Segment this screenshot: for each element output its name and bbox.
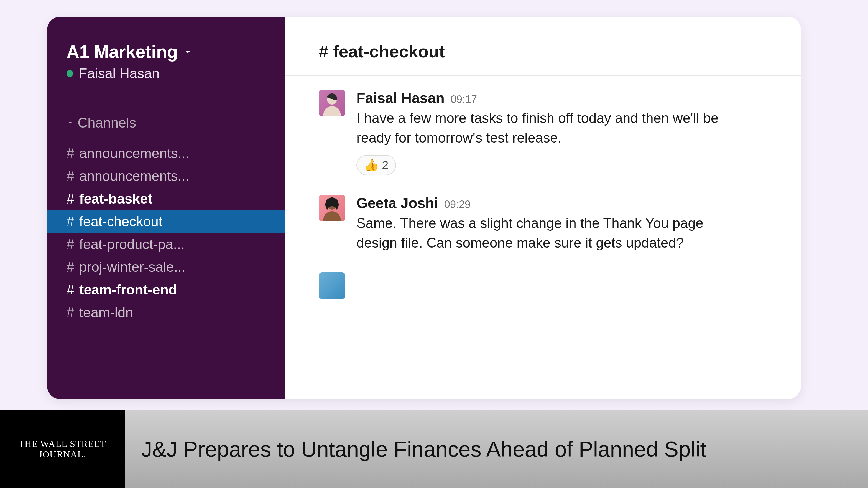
channel-label: feat-checkout <box>79 214 162 230</box>
channel-label: announcements... <box>79 168 190 184</box>
channel-label: feat-basket <box>79 191 152 207</box>
workspace-switcher[interactable]: A1 Marketing <box>66 41 266 62</box>
channel-item-feat-checkout[interactable]: # feat-checkout <box>47 210 285 233</box>
ticker-headline-bar: J&J Prepares to Untangle Finances Ahead … <box>125 410 868 488</box>
reaction-count: 2 <box>382 159 388 172</box>
caret-down-icon <box>66 119 74 126</box>
ticker-source-logo: THE WALL STREET JOURNAL. <box>0 410 125 488</box>
channel-label: announcements... <box>79 145 190 161</box>
thumbs-up-icon: 👍 <box>364 158 379 172</box>
hash-icon: # <box>66 191 74 207</box>
reaction-thumbs-up[interactable]: 👍 2 <box>356 155 396 175</box>
sidebar: A1 Marketing Faisal Hasan Channels # ann… <box>47 17 285 399</box>
channels-section-label: Channels <box>78 115 136 131</box>
channel-label: proj-winter-sale... <box>79 259 185 275</box>
hash-icon: # <box>66 259 74 275</box>
message: Faisal Hasan 09:17 I have a few more tas… <box>319 90 768 175</box>
channel-item-team-ldn[interactable]: # team-ldn <box>47 301 285 324</box>
channels-section-header[interactable]: Channels <box>47 115 285 131</box>
avatar[interactable] <box>319 195 345 221</box>
hash-icon: # <box>66 168 74 184</box>
news-ticker: THE WALL STREET JOURNAL. J&J Prepares to… <box>0 410 868 488</box>
ticker-source: THE WALL STREET JOURNAL. <box>7 439 118 460</box>
hash-icon: # <box>66 214 74 230</box>
channel-label: feat-product-pa... <box>79 236 185 252</box>
message-time: 09:17 <box>451 93 477 105</box>
channel-title: # feat-checkout <box>319 41 768 61</box>
avatar[interactable] <box>319 90 345 116</box>
channel-item-announcements-1[interactable]: # announcements... <box>47 142 285 165</box>
message-author: Geeta Joshi <box>356 195 438 211</box>
workspace-name: A1 Marketing <box>66 41 178 62</box>
slack-window: A1 Marketing Faisal Hasan Channels # ann… <box>47 17 801 399</box>
current-user-name: Faisal Hasan <box>79 65 160 82</box>
message-text: I have a few more tasks to finish off to… <box>356 109 722 148</box>
hash-icon: # <box>66 304 74 321</box>
channel-item-feat-product[interactable]: # feat-product-pa... <box>47 233 285 256</box>
message-list: Faisal Hasan 09:17 I have a few more tas… <box>285 76 801 313</box>
hash-icon: # <box>66 145 74 161</box>
hash-icon: # <box>66 236 74 252</box>
channel-item-announcements-2[interactable]: # announcements... <box>47 165 285 187</box>
presence-dot-icon <box>66 70 73 77</box>
channel-item-proj-winter-sale[interactable]: # proj-winter-sale... <box>47 256 285 278</box>
channel-label: team-front-end <box>79 282 177 298</box>
message <box>319 272 768 299</box>
hash-icon: # <box>66 282 74 298</box>
avatar[interactable] <box>319 272 345 299</box>
chevron-down-icon <box>183 47 193 57</box>
channel-header[interactable]: # feat-checkout <box>285 17 801 76</box>
message-time: 09:29 <box>444 199 471 210</box>
ticker-headline-text: J&J Prepares to Untangle Finances Ahead … <box>141 437 706 462</box>
channel-pane: # feat-checkout Faisal Hasan 09:17 I hav… <box>285 17 801 399</box>
channel-item-feat-basket[interactable]: # feat-basket <box>47 187 285 210</box>
channel-item-team-front-end[interactable]: # team-front-end <box>47 278 285 301</box>
current-user-row[interactable]: Faisal Hasan <box>66 65 266 82</box>
channel-label: team-ldn <box>79 304 133 321</box>
message-text: Same. There was a slight change in the T… <box>356 214 722 253</box>
message-author: Faisal Hasan <box>356 90 444 106</box>
channel-list: # announcements... # announcements... # … <box>47 142 285 324</box>
message: Geeta Joshi 09:29 Same. There was a slig… <box>319 195 768 253</box>
